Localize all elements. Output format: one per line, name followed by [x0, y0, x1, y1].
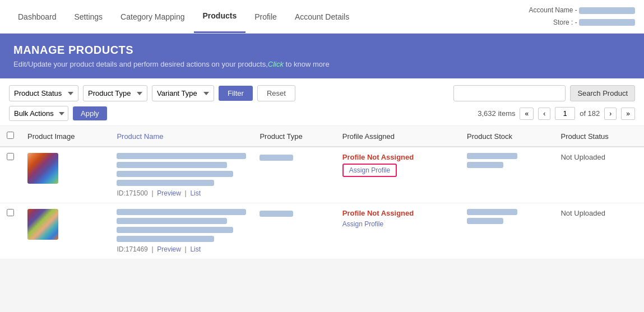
table-row: ID:171469 | Preview | List Profile Not A… — [0, 203, 644, 259]
row1-list-link[interactable]: List — [190, 189, 201, 197]
hero-description: Edit/Update your product details and per… — [13, 60, 631, 68]
nav-products[interactable]: Products — [194, 0, 246, 33]
row2-name-line2 — [117, 218, 226, 224]
row2-name-cell: ID:171469 | Preview | List — [110, 203, 253, 259]
filter-button[interactable]: Filter — [219, 86, 253, 101]
row2-product-type — [260, 211, 293, 217]
row1-name-line1 — [117, 153, 246, 159]
hero-banner: MANAGE PRODUCTS Edit/Update your product… — [0, 34, 644, 78]
hero-link[interactable]: Click — [268, 60, 284, 68]
row2-profile-not-assigned: Profile Not Assigned — [342, 209, 453, 217]
top-navigation: Dashboard Settings Category Mapping Prod… — [0, 0, 644, 34]
row1-status-cell: Not Uploaded — [554, 147, 644, 203]
bulk-actions-select[interactable]: Bulk Actions — [9, 106, 68, 121]
row2-type-cell — [253, 203, 335, 259]
search-input[interactable] — [453, 85, 566, 101]
total-pages-label: of 182 — [580, 109, 600, 118]
filters-area: Product Status Product Type Variant Type… — [0, 78, 644, 126]
row2-name-line3 — [117, 227, 233, 233]
pagination-area: 3,632 items « ‹ of 182 › » — [478, 107, 635, 120]
row2-id: ID:171469 — [117, 245, 147, 253]
row1-checkbox-cell — [0, 147, 21, 203]
row1-name-line2 — [117, 162, 226, 168]
row1-stock-cell — [460, 147, 554, 203]
th-checkbox — [0, 126, 21, 147]
row2-preview-link[interactable]: Preview — [157, 245, 181, 253]
bulk-actions-area: Bulk Actions Apply — [9, 106, 107, 121]
row1-product-type — [260, 155, 293, 161]
th-product-status: Product Status — [554, 126, 644, 147]
nav-profile[interactable]: Profile — [245, 1, 286, 32]
main-content: Product Image Product Name Product Type … — [0, 126, 644, 259]
row2-name-line4 — [117, 236, 214, 242]
row2-product-image — [27, 209, 58, 240]
row2-stock-line2 — [467, 218, 503, 224]
product-type-select[interactable]: Product Type — [83, 85, 147, 101]
row1-stock-line1 — [467, 153, 517, 159]
th-profile-assigned: Profile Assigned — [336, 126, 460, 147]
filter-row-1: Product Status Product Type Variant Type… — [9, 85, 635, 101]
nav-dashboard[interactable]: Dashboard — [9, 1, 66, 32]
row2-status-cell: Not Uploaded — [554, 203, 644, 259]
row1-assign-profile-button[interactable]: Assign Profile — [342, 164, 397, 177]
row2-checkbox-cell — [0, 203, 21, 259]
apply-button[interactable]: Apply — [73, 106, 107, 120]
row1-profile-not-assigned: Profile Not Assigned — [342, 153, 453, 161]
th-product-type: Product Type — [253, 126, 335, 147]
account-name-value — [579, 7, 635, 14]
row2-profile-cell: Profile Not Assigned Assign Profile — [336, 203, 460, 259]
row2-image-cell — [21, 203, 110, 259]
page-number-input[interactable] — [555, 107, 575, 120]
row1-profile-cell: Profile Not Assigned Assign Profile — [336, 147, 460, 203]
row2-stock-cell — [460, 203, 554, 259]
row2-checkbox[interactable] — [7, 209, 14, 216]
items-count: 3,632 items — [478, 109, 515, 118]
nav-settings[interactable]: Settings — [66, 1, 112, 32]
row2-stock-line1 — [467, 209, 517, 215]
product-status-select[interactable]: Product Status — [9, 85, 78, 101]
store-label: Store : - — [553, 18, 577, 26]
row1-product-meta: ID:171500 | Preview | List — [117, 189, 246, 197]
hero-title: MANAGE PRODUCTS — [13, 44, 631, 57]
products-table: Product Image Product Name Product Type … — [0, 126, 644, 259]
table-row: ID:171500 | Preview | List Profile Not A… — [0, 147, 644, 203]
nav-links: Dashboard Settings Category Mapping Prod… — [9, 0, 529, 33]
reset-button[interactable]: Reset — [257, 85, 295, 101]
nav-account-details[interactable]: Account Details — [286, 1, 358, 32]
search-product-button[interactable]: Search Product — [570, 85, 635, 101]
select-all-checkbox[interactable] — [7, 132, 14, 139]
row1-type-cell — [253, 147, 335, 203]
pag-prev-button[interactable]: ‹ — [538, 108, 550, 120]
filter-row-2: Bulk Actions Apply 3,632 items « ‹ of 18… — [9, 106, 635, 121]
pag-first-button[interactable]: « — [520, 108, 534, 120]
pag-next-button[interactable]: › — [604, 108, 617, 120]
account-name-label: Account Name - — [529, 6, 577, 14]
account-info: Account Name - Store : - — [529, 4, 635, 29]
th-product-stock: Product Stock — [460, 126, 554, 147]
row2-assign-profile-link[interactable]: Assign Profile — [342, 220, 383, 228]
nav-category-mapping[interactable]: Category Mapping — [112, 1, 193, 32]
table-header-row: Product Image Product Name Product Type … — [0, 126, 644, 147]
row1-name-line3 — [117, 171, 233, 177]
th-product-name[interactable]: Product Name — [110, 126, 253, 147]
row1-stock-line2 — [467, 162, 503, 168]
row2-list-link[interactable]: List — [190, 245, 201, 253]
row2-product-meta: ID:171469 | Preview | List — [117, 245, 246, 253]
pag-last-button[interactable]: » — [621, 108, 635, 120]
row1-product-image — [27, 153, 58, 184]
th-product-image: Product Image — [21, 126, 110, 147]
row1-name-line4 — [117, 180, 214, 186]
store-value — [579, 19, 635, 26]
row1-preview-link[interactable]: Preview — [157, 189, 181, 197]
row2-name-line1 — [117, 209, 246, 215]
row1-name-cell: ID:171500 | Preview | List — [110, 147, 253, 203]
row1-id: ID:171500 — [117, 189, 147, 197]
row1-checkbox[interactable] — [7, 153, 14, 160]
variant-type-select[interactable]: Variant Type — [152, 85, 214, 101]
row1-image-cell — [21, 147, 110, 203]
